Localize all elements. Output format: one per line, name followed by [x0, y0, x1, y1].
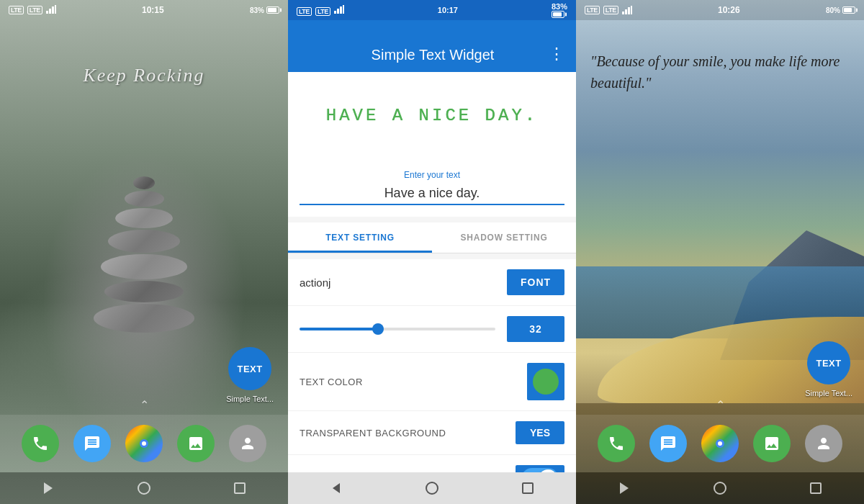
transparent-bg-yes[interactable]: YES [516, 421, 564, 444]
middle-back-btn[interactable] [329, 481, 343, 495]
mid-lte1: LTE [297, 7, 312, 16]
right-widget-label: TEXT [816, 358, 841, 369]
middle-home-btn[interactable] [425, 481, 439, 495]
right-phone-panel: LTE LTE 10:26 80% "Because of your smile… [576, 0, 864, 504]
right-chevron-up: ⌃ [716, 398, 725, 412]
left-time: 10:15 [142, 5, 164, 15]
right-nav-bar [576, 472, 864, 504]
middle-time: 10:17 [438, 6, 458, 14]
svg-rect-10 [622, 12, 624, 14]
app-header: Simple Text Widget ⋮ [288, 20, 576, 72]
middle-status-icons: LTE LTE [297, 5, 344, 15]
right-recent-btn[interactable] [809, 481, 823, 495]
home-circle-icon [138, 482, 150, 495]
left-widget-circle[interactable]: TEXT [228, 347, 271, 390]
left-recent-btn[interactable] [233, 481, 247, 495]
right-back-btn[interactable] [617, 481, 631, 495]
right-home-btn[interactable] [713, 481, 727, 495]
quote-text: "Because of your smile, you make life mo… [590, 50, 850, 94]
svg-rect-0 [46, 11, 48, 14]
text-preview-area: HAVE A NICE DAY. [288, 72, 576, 158]
rock-2 [125, 191, 164, 207]
preview-text: HAVE A NICE DAY. [326, 106, 538, 125]
dock-chrome[interactable] [125, 425, 163, 462]
left-battery-section: 83% [250, 6, 279, 14]
app-content: Enter your text TEXT SETTING SHADOW SETT… [288, 158, 576, 472]
mid-lte2: LTE [315, 7, 330, 16]
dock-messages[interactable] [73, 425, 111, 462]
right-dock-messages[interactable] [649, 425, 687, 462]
bg-color-toggle-wrapper[interactable] [516, 465, 564, 472]
left-home-btn[interactable] [137, 481, 151, 495]
left-widget-subtitle: Simple Text... [226, 395, 274, 403]
middle-nav-bar [288, 472, 576, 504]
left-back-btn[interactable] [41, 481, 55, 495]
right-status-icons: LTE LTE [585, 6, 632, 14]
tab-text-setting[interactable]: TEXT SETTING [288, 222, 432, 253]
left-widget-button[interactable]: TEXT Simple Text... [226, 347, 274, 403]
size-setting-row: 32 [288, 306, 576, 353]
text-input-section: Enter your text [288, 158, 576, 217]
svg-rect-9 [343, 5, 344, 14]
size-value-btn: 32 [507, 316, 564, 342]
font-button[interactable]: FONT [507, 269, 564, 295]
menu-icon[interactable]: ⋮ [549, 45, 564, 63]
left-chevron-up: ⌃ [140, 398, 149, 412]
back-triangle-icon [44, 482, 53, 494]
right-widget-button[interactable]: TEXT Simple Text... [805, 341, 852, 397]
right-recent-icon [810, 482, 822, 494]
left-battery-icon [266, 6, 279, 14]
input-label: Enter your text [300, 170, 564, 180]
bg-color-row: BACKGROUND COLOR [288, 455, 576, 472]
right-battery-fill [844, 8, 852, 12]
mid-battery-icon [552, 11, 564, 18]
right-dock-photos[interactable] [753, 425, 791, 462]
keep-rocking-title: Keep Rocking [0, 65, 288, 86]
right-time: 10:26 [718, 5, 740, 15]
rock-1 [133, 176, 155, 189]
svg-point-15 [718, 441, 722, 446]
dock-contacts[interactable] [229, 425, 266, 462]
svg-rect-1 [49, 9, 51, 14]
svg-rect-7 [337, 9, 339, 14]
text-color-circle[interactable] [533, 369, 559, 395]
tab-shadow-setting[interactable]: SHADOW SETTING [432, 222, 576, 253]
left-status-bar: LTE LTE 10:15 83% [0, 0, 288, 20]
svg-rect-8 [340, 6, 342, 14]
svg-point-5 [142, 441, 146, 446]
text-input-field[interactable] [300, 183, 564, 205]
right-dock [576, 415, 864, 472]
rock-6 [104, 281, 184, 302]
middle-status-bar: LTE LTE 10:17 83% [288, 0, 576, 20]
middle-recent-btn[interactable] [521, 481, 535, 495]
dock-phone[interactable] [22, 425, 59, 462]
right-dock-chrome[interactable] [701, 425, 739, 462]
transparent-bg-label: TRANSPARENT BACKGROUND [300, 428, 446, 438]
right-dock-contacts[interactable] [805, 425, 842, 462]
left-battery-pct: 83% [250, 6, 264, 14]
rock-4 [108, 230, 180, 253]
mid-back-icon [333, 483, 340, 493]
right-widget-circle[interactable]: TEXT [807, 341, 850, 384]
font-setting-row: actionj FONT [288, 259, 576, 306]
lte1-badge: LTE [9, 6, 24, 14]
settings-tabs: TEXT SETTING SHADOW SETTING [288, 222, 576, 253]
settings-section: actionj FONT 32 TEXT COLOR [288, 259, 576, 472]
right-battery-icon [842, 6, 855, 14]
svg-rect-11 [625, 9, 627, 14]
size-slider-thumb[interactable] [372, 323, 384, 335]
right-lte1: LTE [585, 6, 600, 14]
left-status-icons: LTE LTE [9, 5, 56, 15]
left-battery-fill [268, 8, 276, 12]
mid-battery-pct: 83% [552, 2, 567, 11]
middle-phone-panel: LTE LTE 10:17 83% Simple Text Widget ⋮ H… [288, 0, 576, 504]
svg-rect-13 [631, 6, 632, 14]
text-color-btn-wrapper[interactable] [527, 363, 564, 400]
font-name-value: actionj [300, 276, 330, 289]
transparent-bg-row: TRANSPARENT BACKGROUND YES [288, 411, 576, 455]
dock-photos[interactable] [177, 425, 215, 462]
app-title: Simple Text Widget [323, 47, 543, 63]
right-lte2: LTE [603, 6, 618, 14]
right-dock-phone[interactable] [598, 425, 635, 462]
mid-home-icon [426, 482, 438, 495]
